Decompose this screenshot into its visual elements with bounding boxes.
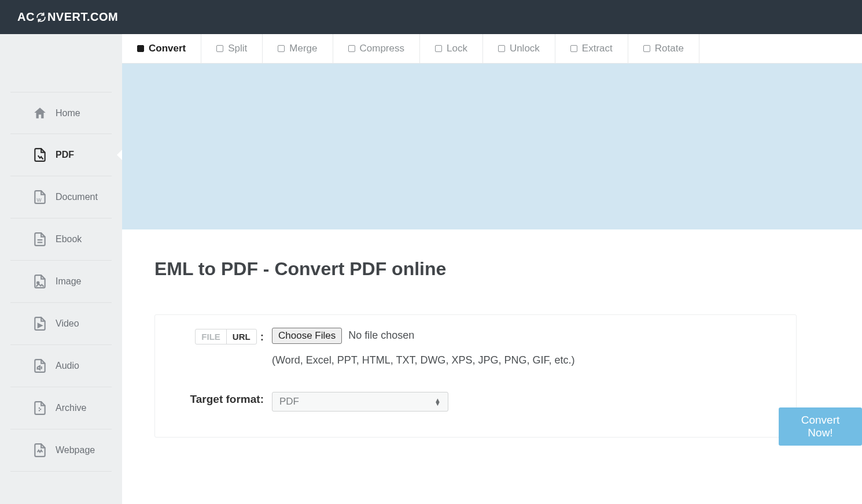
sidebar-item-document[interactable]: WDocument [10,176,112,218]
tab-extract[interactable]: Extract [555,34,628,63]
sidebar-item-label: Archive [56,403,86,413]
row-file: FILE URL : Choose Files No file chosen (… [171,328,780,366]
sidebar-item-pdf[interactable]: PDF [10,134,112,176]
square-icon [348,45,355,52]
tab-split[interactable]: Split [201,34,263,63]
sidebar-item-label: Audio [56,361,79,371]
tab-rotate[interactable]: Rotate [628,34,699,63]
refresh-icon [36,12,46,23]
square-icon [435,45,442,52]
no-file-text: No file chosen [348,329,414,341]
tab-label: Unlock [510,43,540,54]
square-icon [570,45,577,52]
brand-post: NVERT.COM [47,10,118,24]
sidebar-item-label: Video [56,318,79,329]
audio-icon [32,358,56,373]
tab-convert[interactable]: Convert [122,34,201,63]
sidebar-item-home[interactable]: Home [10,92,112,134]
sidebar-item-ebook[interactable]: Ebook [10,218,112,261]
home-icon [32,106,56,121]
toggle-url[interactable]: URL [227,329,256,344]
pdf-icon [32,147,56,162]
file-row-label: FILE URL : [171,328,272,344]
svg-text:W: W [37,197,42,203]
tab-label: Rotate [655,43,684,54]
tab-label: Convert [149,43,186,54]
sidebar-item-label: Webpage [56,445,95,455]
tab-label: Lock [447,43,467,54]
sidebar-item-video[interactable]: Video [10,303,112,345]
top-header: AC NVERT.COM [0,0,862,34]
sidebar-item-archive[interactable]: Archive [10,387,112,429]
brand-logo[interactable]: AC NVERT.COM [17,10,118,24]
tab-merge[interactable]: Merge [263,34,333,63]
sidebar-item-audio[interactable]: Audio [10,345,112,387]
target-format-select[interactable]: PDF ▲▼ [272,392,448,412]
sidebar-item-image[interactable]: Image [10,261,112,303]
square-icon [643,45,650,52]
sidebar-item-label: PDF [56,150,74,160]
choose-files-button[interactable]: Choose Files [272,328,342,344]
select-arrows-icon: ▲▼ [434,398,441,405]
ebook-icon [32,232,56,247]
target-label: Target format: [171,392,272,406]
archive-icon [32,401,56,416]
row-target: Target format: PDF ▲▼ [171,392,780,412]
page-title: EML to PDF - Convert PDF online [154,258,830,280]
sidebar-item-label: Ebook [56,234,82,244]
image-icon [32,274,56,289]
sidebar: HomePDFWDocumentEbookImageVideoAudioArch… [0,34,122,504]
square-icon [278,45,285,52]
tab-label: Split [228,43,247,54]
target-format-value: PDF [279,396,299,407]
tab-lock[interactable]: Lock [420,34,483,63]
tab-label: Compress [360,43,404,54]
toggle-file[interactable]: FILE [196,329,227,344]
tab-unlock[interactable]: Unlock [483,34,555,63]
file-url-toggle[interactable]: FILE URL [195,329,256,344]
ad-placeholder [122,64,862,229]
video-icon [32,316,56,331]
brand-pre: AC [17,10,35,24]
sidebar-item-label: Image [56,276,81,287]
square-icon [216,45,223,52]
square-icon [137,45,144,52]
sidebar-item-label: Document [56,192,98,202]
convert-now-button[interactable]: Convert Now! [779,407,862,446]
sidebar-item-webpage[interactable]: Webpage [10,429,112,472]
formats-hint: (Word, Excel, PPT, HTML, TXT, DWG, XPS, … [272,354,780,366]
form-panel: FILE URL : Choose Files No file chosen (… [154,314,797,438]
tab-label: Extract [582,43,613,54]
svg-marker-4 [38,324,42,328]
main-area: ConvertSplitMergeCompressLockUnlockExtra… [122,34,862,504]
doc-icon: W [32,190,56,205]
sidebar-item-label: Home [56,108,80,118]
tab-label: Merge [289,43,317,54]
content: EML to PDF - Convert PDF online FILE URL… [122,229,862,504]
webpage-icon [32,443,56,458]
tab-bar: ConvertSplitMergeCompressLockUnlockExtra… [122,34,862,64]
tab-compress[interactable]: Compress [333,34,420,63]
file-row-body: Choose Files No file chosen (Word, Excel… [272,328,780,366]
colon: : [260,331,264,343]
square-icon [498,45,505,52]
